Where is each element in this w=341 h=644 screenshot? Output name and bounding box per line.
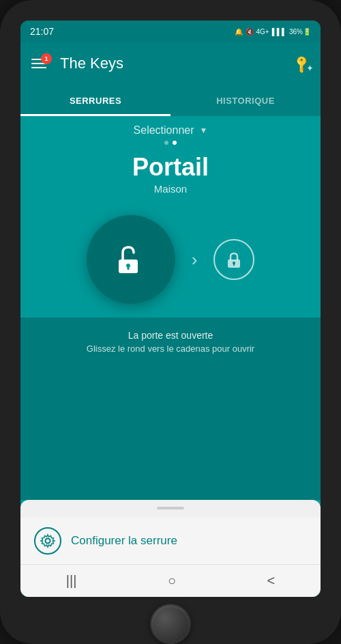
network-icon: 4G+ xyxy=(256,28,269,36)
back-button[interactable]: < xyxy=(254,568,289,594)
svg-point-6 xyxy=(46,539,50,544)
tab-serrures[interactable]: SERRURES xyxy=(20,85,170,116)
bottom-sheet: Configurer la serrure xyxy=(20,500,321,564)
lock-sublabel: Maison xyxy=(20,183,321,195)
closed-padlock-icon xyxy=(225,251,243,268)
chevron-down-icon: ▼ xyxy=(200,126,208,135)
dot-1 xyxy=(164,141,168,145)
phone-screen: 21:07 🔔 🔇 4G+ ▌▌▌ 36%🔋 1 The Keys 🔑 + xyxy=(20,20,321,597)
add-key-button[interactable]: 🔑 + xyxy=(295,56,310,72)
svg-rect-2 xyxy=(127,266,129,270)
mute-icon: 🔇 xyxy=(246,28,254,36)
recent-apps-button[interactable]: ||| xyxy=(53,568,91,594)
dots-indicator xyxy=(20,141,321,145)
lock-target xyxy=(213,239,254,280)
status-bar: 21:07 🔔 🔇 4G+ ▌▌▌ 36%🔋 xyxy=(20,20,321,42)
physical-home-button[interactable] xyxy=(150,604,191,644)
signal-icon: ▌▌▌ xyxy=(272,28,286,36)
configure-label: Configurer la serrure xyxy=(71,534,177,548)
door-status-text: La porte est ouverte xyxy=(34,330,307,341)
app-bar: 1 The Keys 🔑 + xyxy=(20,42,321,85)
battery-icon: 36%🔋 xyxy=(289,28,311,36)
status-icons: 🔔 🔇 4G+ ▌▌▌ 36%🔋 xyxy=(235,28,311,36)
svg-rect-5 xyxy=(233,264,235,266)
dot-2-active xyxy=(173,141,177,145)
home-button[interactable]: ○ xyxy=(154,568,190,594)
app-title: The Keys xyxy=(60,55,295,72)
selector-label: Selectionner xyxy=(134,124,194,137)
unlock-area: › xyxy=(20,196,321,318)
selector-bar[interactable]: Selectionner ▼ xyxy=(20,116,321,141)
status-section: La porte est ouverte Glissez le rond ver… xyxy=(20,318,321,500)
gear-icon xyxy=(40,533,55,548)
alarm-icon: 🔔 xyxy=(235,28,243,36)
nav-bar: ||| ○ < xyxy=(20,564,321,597)
main-content: Selectionner ▼ Portail Maison xyxy=(20,116,321,564)
lock-name: Portail xyxy=(20,153,321,182)
configure-lock-item[interactable]: Configurer la serrure xyxy=(20,518,321,564)
tabs-bar: SERRURES HISTORIQUE xyxy=(20,85,321,116)
status-time: 21:07 xyxy=(30,26,54,37)
lock-name-section: Portail Maison xyxy=(20,150,321,196)
plus-icon: + xyxy=(308,64,312,73)
tab-historique[interactable]: HISTORIQUE xyxy=(170,85,321,116)
phone-shell: 21:07 🔔 🔇 4G+ ▌▌▌ 36%🔋 1 The Keys 🔑 + xyxy=(0,0,341,644)
sheet-handle-bar xyxy=(157,507,184,509)
door-instruction-text: Glissez le rond vers le cadenas pour ouv… xyxy=(34,344,307,354)
unlock-button[interactable] xyxy=(87,215,175,304)
notification-badge: 1 xyxy=(41,53,52,64)
menu-button[interactable]: 1 xyxy=(31,59,46,68)
open-padlock-icon xyxy=(113,242,149,277)
gear-circle xyxy=(34,527,61,555)
menu-line-3 xyxy=(31,67,46,68)
slide-arrow-icon: › xyxy=(192,249,198,270)
